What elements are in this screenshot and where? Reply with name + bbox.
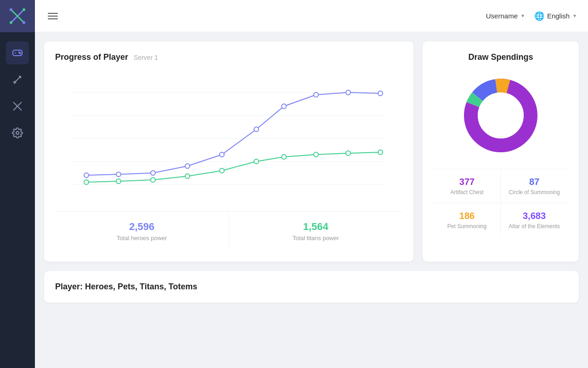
circle-label: Circle of Summoning [508,189,560,196]
top-row: Progress of Player Server 1 [44,41,579,262]
main-wrapper: Username ▼ 🌐 English ▼ Progress of Playe… [35,0,588,368]
titans-value: 1,564 [238,221,394,233]
svg-point-16 [16,132,19,134]
svg-point-35 [185,174,190,178]
donut-stat-altar: 3,683 Altar of the Elements [501,203,568,237]
svg-point-41 [378,150,383,155]
svg-point-37 [254,159,259,164]
svg-point-5 [10,21,12,24]
titans-label: Total titans power [238,235,394,242]
heroes-label: Total heroes power [64,235,220,242]
sidebar-item-dashboard[interactable] [6,41,29,64]
sidebar-nav [0,32,35,154]
progress-chart [55,69,402,207]
svg-point-40 [346,151,351,155]
svg-point-46 [478,92,524,138]
donut-stat-circle: 87 Circle of Summoning [501,169,568,203]
username-chevron-icon: ▼ [520,13,525,18]
username-button[interactable]: Username ▼ [486,12,525,20]
topbar-right: Username ▼ 🌐 English ▼ [486,11,577,21]
svg-point-31 [378,91,383,96]
altar-label: Altar of the Elements [508,223,560,230]
stats-row: 2,596 Total heroes power 1,564 Total tit… [55,211,402,251]
artifact-value: 377 [441,177,493,187]
progress-card: Progress of Player Server 1 [44,41,413,262]
svg-point-4 [23,8,25,11]
svg-point-39 [314,152,318,157]
svg-point-30 [346,90,351,95]
logo [0,0,35,32]
donut-stat-pet: 186 Pet Summoning [434,203,501,237]
svg-point-29 [314,92,318,97]
bottom-card: Player: Heroes, Pets, Titans, Totems [44,271,579,303]
donut-grid: 377 Artifact Chest 87 Circle of Summonin… [434,169,568,237]
svg-point-34 [151,178,155,182]
altar-value: 3,683 [508,211,560,221]
sidebar-item-weapons[interactable] [6,68,29,91]
sidebar-item-battle[interactable] [6,95,29,118]
language-chevron-icon: ▼ [572,13,577,18]
svg-point-27 [254,127,259,132]
topbar: Username ▼ 🌐 English ▼ [35,0,588,32]
svg-point-38 [282,155,286,159]
sidebar-item-settings[interactable] [6,121,29,144]
spendings-title: Draw Spendings [434,52,568,62]
artifact-label: Artifact Chest [441,189,493,196]
language-label: English [547,12,570,20]
svg-point-26 [220,152,224,157]
svg-point-36 [220,168,224,173]
svg-point-3 [23,21,25,24]
chart-area [55,69,402,207]
card-header: Progress of Player Server 1 [55,52,402,62]
pet-value: 186 [441,211,493,221]
content: Progress of Player Server 1 [35,32,588,368]
language-button[interactable]: 🌐 English ▼ [534,11,577,21]
donut-wrapper [434,69,568,161]
svg-point-33 [116,179,121,184]
svg-point-24 [151,171,155,175]
heroes-value: 2,596 [64,221,220,233]
svg-point-23 [116,172,121,177]
svg-point-32 [84,180,89,184]
donut-chart [455,69,547,161]
menu-button[interactable] [46,11,60,21]
progress-title: Progress of Player [55,52,128,62]
svg-point-2 [10,8,12,11]
progress-subtitle: Server 1 [134,54,158,61]
svg-point-28 [282,104,286,109]
titans-stat: 1,564 Total titans power [229,212,403,251]
pet-label: Pet Summoning [441,223,493,230]
svg-point-25 [185,164,190,168]
username-label: Username [486,12,518,20]
svg-point-10 [20,53,21,54]
donut-stat-artifact: 377 Artifact Chest [434,169,501,203]
globe-icon: 🌐 [534,11,544,21]
bottom-title: Player: Heroes, Pets, Titans, Totems [55,282,568,292]
heroes-stat: 2,596 Total heroes power [55,212,229,251]
spendings-card: Draw Spendings [423,41,579,262]
svg-point-22 [84,173,89,178]
sidebar [0,0,35,368]
circle-value: 87 [508,177,560,187]
